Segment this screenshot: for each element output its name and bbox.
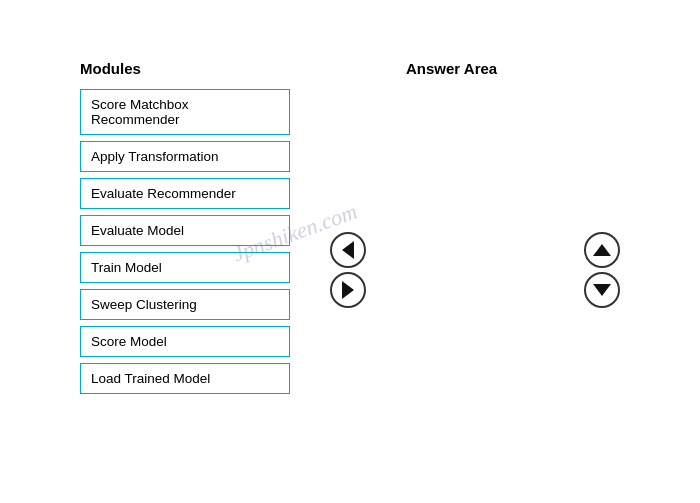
answer-header: Answer Area (406, 60, 564, 77)
module-item-sweep-clustering[interactable]: Sweep Clustering (80, 289, 290, 320)
answer-section: Answer Area (406, 60, 564, 400)
modules-section: Modules Score Matchbox Recommender Apply… (80, 60, 320, 400)
module-item-score-model[interactable]: Score Model (80, 326, 290, 357)
answer-area (406, 89, 564, 400)
modules-header: Modules (80, 60, 320, 77)
module-item-score-matchbox[interactable]: Score Matchbox Recommender (80, 89, 290, 135)
module-item-load-trained-model[interactable]: Load Trained Model (80, 363, 290, 394)
arrow-down-icon (593, 284, 611, 296)
module-item-apply-transformation[interactable]: Apply Transformation (80, 141, 290, 172)
arrow-up-button[interactable] (584, 232, 620, 268)
right-arrows (584, 140, 620, 400)
module-item-evaluate-model[interactable]: Evaluate Model (80, 215, 290, 246)
arrow-up-icon (593, 244, 611, 256)
arrow-right-icon (342, 281, 354, 299)
module-item-evaluate-recommender[interactable]: Evaluate Recommender (80, 178, 290, 209)
module-item-train-model[interactable]: Train Model (80, 252, 290, 283)
arrow-right-button[interactable] (330, 272, 366, 308)
middle-arrows (320, 140, 376, 400)
arrow-left-icon (342, 241, 354, 259)
arrow-left-button[interactable] (330, 232, 366, 268)
arrow-down-button[interactable] (584, 272, 620, 308)
